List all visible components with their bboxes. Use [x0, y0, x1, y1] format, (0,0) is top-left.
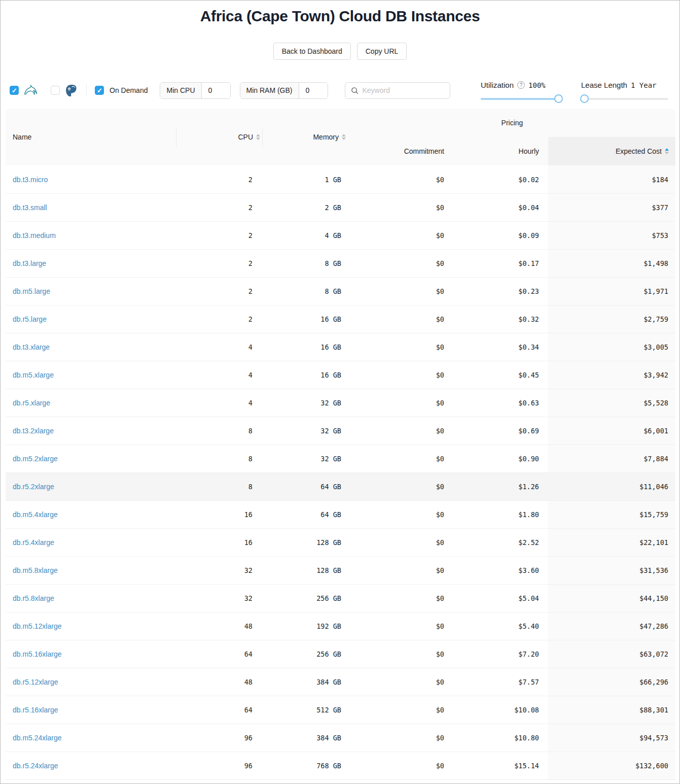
instance-name-cell: db.r5.4xlarge [6, 529, 176, 556]
instance-link[interactable]: db.t3.2xlarge [13, 427, 54, 435]
instance-link[interactable]: db.m5.24xlarge [13, 734, 62, 742]
hourly-cell: $0.04 [450, 194, 548, 221]
hourly-cell: $1.26 [450, 473, 548, 500]
on-demand-checkbox[interactable] [95, 86, 104, 95]
instance-link[interactable]: db.r5.12xlarge [13, 678, 58, 686]
expected-cost-cell: $22,101 [548, 529, 675, 556]
instance-link[interactable]: db.t3.xlarge [13, 343, 50, 351]
memory-cell: 192 GB [263, 612, 349, 640]
memory-cell: 2 GB [263, 194, 349, 221]
instance-link[interactable]: db.t3.medium [13, 231, 56, 240]
instance-link[interactable]: db.t3.small [13, 203, 47, 212]
memory-cell: 512 GB [263, 696, 349, 724]
mysql-checkbox[interactable] [10, 86, 19, 95]
instance-link[interactable]: db.r5.4xlarge [13, 538, 54, 547]
table-row: db.m5.xlarge416 GB$0$0.45$3,942 [6, 361, 675, 389]
instance-link[interactable]: db.r5.large [13, 315, 47, 323]
action-buttons: Back to Dashboard Copy URL [1, 43, 679, 60]
instance-name-cell: db.m5.4xlarge [6, 501, 176, 528]
expected-cost-cell: $7,884 [548, 445, 675, 472]
hourly-cell: $0.02 [450, 165, 548, 193]
instance-link[interactable]: db.r5.8xlarge [13, 594, 54, 602]
back-to-dashboard-button[interactable]: Back to Dashboard [273, 43, 351, 60]
memory-cell: 256 GB [263, 585, 349, 612]
expected-cost-cell: $66,296 [548, 668, 675, 696]
hourly-cell: $10.80 [450, 724, 548, 752]
utilization-slider[interactable] [481, 98, 562, 100]
postgresql-checkbox[interactable] [51, 86, 60, 95]
cpu-cell: 96 [176, 752, 263, 779]
instance-name-cell: db.t3.small [6, 194, 176, 221]
instance-link[interactable]: db.m5.2xlarge [13, 455, 58, 463]
page-title: Africa (Cape Town) Cloud DB Instances [1, 8, 679, 25]
instance-name-cell: db.r5.2xlarge [6, 473, 176, 500]
memory-cell: 16 GB [263, 305, 349, 333]
commitment-cell: $0 [349, 222, 450, 249]
cpu-cell: 48 [176, 612, 263, 640]
table-row: db.r5.24xlarge96768 GB$0$15.14$132,600 [6, 752, 675, 779]
page: { "header": { "title": "Africa (Cape Tow… [0, 0, 680, 784]
memory-cell: 32 GB [263, 445, 349, 472]
commitment-cell: $0 [349, 305, 450, 333]
cpu-cell: 4 [176, 389, 263, 417]
lease-length-slider-thumb[interactable] [580, 94, 589, 103]
hourly-cell: $7.57 [450, 668, 548, 696]
instance-link[interactable]: db.t3.large [13, 259, 46, 267]
instance-link[interactable]: db.r5.xlarge [13, 399, 50, 407]
memory-cell: 384 GB [263, 668, 349, 696]
cpu-cell: 16 [176, 529, 263, 556]
instance-link[interactable]: db.t3.micro [13, 176, 48, 184]
instance-link[interactable]: db.r5.16xlarge [13, 706, 58, 714]
utilization-slider-thumb[interactable] [554, 94, 563, 103]
memory-cell: 256 GB [263, 640, 349, 668]
min-ram-input[interactable] [299, 83, 328, 98]
instance-link[interactable]: db.m5.xlarge [13, 371, 54, 379]
expected-cost-cell: $2,759 [548, 305, 675, 333]
instance-link[interactable]: db.m5.8xlarge [13, 566, 58, 574]
postgresql-elephant-icon [64, 84, 78, 97]
instance-link[interactable]: db.m5.large [13, 287, 50, 295]
hourly-cell: $0.45 [450, 361, 548, 389]
instance-link[interactable]: db.r5.24xlarge [13, 762, 58, 770]
mysql-dolphin-icon [23, 84, 39, 96]
min-cpu-input[interactable] [202, 83, 230, 98]
cpu-cell: 16 [176, 501, 263, 528]
column-header-expected-cost[interactable]: Expected Cost [548, 137, 675, 165]
hourly-cell: $0.63 [450, 389, 548, 417]
column-header-cpu[interactable]: CPU [176, 109, 263, 165]
commitment-cell: $0 [349, 389, 450, 417]
table-row: db.m5.large28 GB$0$0.23$1,971 [6, 277, 675, 305]
commitment-cell: $0 [349, 585, 450, 612]
memory-cell: 8 GB [263, 278, 349, 305]
cpu-cell: 32 [176, 585, 263, 612]
expected-cost-header-label: Expected Cost [616, 147, 662, 155]
filter-bar: On Demand Min CPU Min RAM (GB) Utilizati… [1, 80, 679, 100]
memory-cell: 128 GB [263, 529, 349, 556]
table-row: db.r5.4xlarge16128 GB$0$2.52$22,101 [6, 528, 675, 556]
expected-cost-cell: $3,005 [548, 333, 675, 361]
on-demand-label: On Demand [110, 86, 148, 94]
commitment-cell: $0 [349, 333, 450, 361]
instance-link[interactable]: db.m5.16xlarge [13, 650, 62, 658]
column-group-pricing: Pricing [349, 109, 675, 137]
copy-url-button[interactable]: Copy URL [357, 43, 407, 60]
commitment-cell: $0 [349, 752, 450, 779]
postgresql-filter [51, 84, 78, 97]
instance-name-cell: db.r5.24xlarge [6, 752, 176, 779]
expected-cost-cell: $753 [548, 222, 675, 249]
column-header-name[interactable]: Name [6, 109, 176, 165]
commitment-cell: $0 [349, 529, 450, 556]
memory-header-label: Memory [313, 133, 339, 141]
instance-link[interactable]: db.m5.12xlarge [13, 622, 62, 630]
lease-length-slider[interactable] [581, 98, 668, 100]
column-header-commitment: Commitment [349, 137, 450, 165]
instance-link[interactable]: db.m5.4xlarge [13, 510, 58, 519]
instance-link[interactable]: db.r5.2xlarge [13, 483, 54, 491]
keyword-input[interactable] [363, 86, 444, 94]
commitment-cell: $0 [349, 696, 450, 724]
cpu-cell: 64 [176, 696, 263, 724]
table-row: db.t3.medium24 GB$0$0.09$753 [6, 221, 675, 249]
column-header-memory[interactable]: Memory [263, 109, 349, 165]
question-circle-icon[interactable]: ? [517, 81, 525, 89]
table-row: db.r5.8xlarge32256 GB$0$5.04$44,150 [6, 584, 675, 612]
